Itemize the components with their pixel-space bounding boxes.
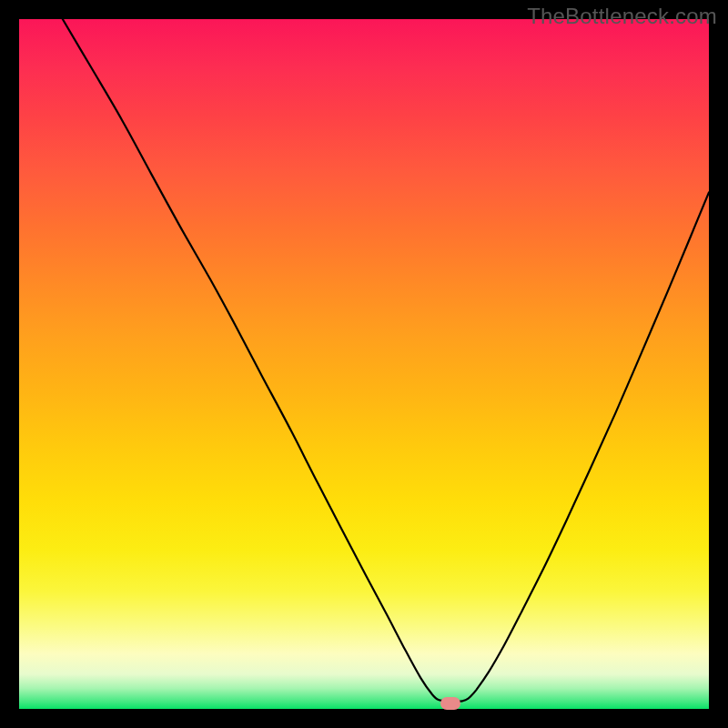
plot-area <box>19 19 709 709</box>
watermark-text: TheBottleneck.com <box>527 4 717 29</box>
chart-frame: TheBottleneck.com <box>0 0 728 728</box>
bottleneck-curve <box>19 19 709 709</box>
optimum-marker <box>440 697 460 710</box>
